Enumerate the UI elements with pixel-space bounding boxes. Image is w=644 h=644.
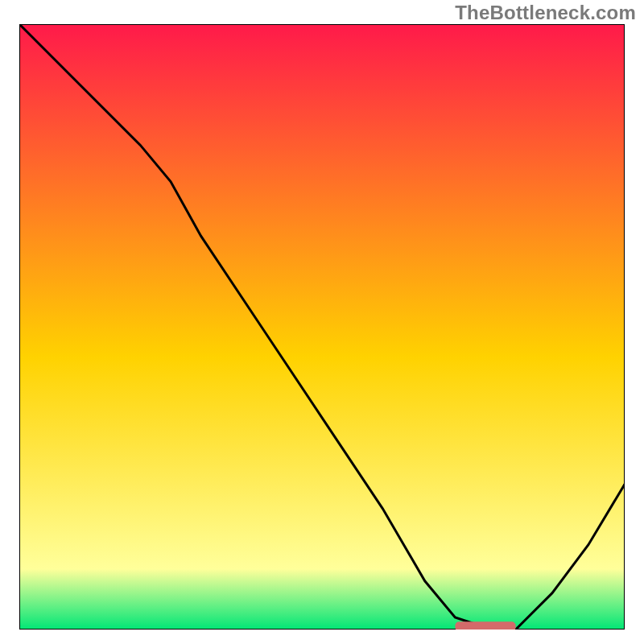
- watermark-text: TheBottleneck.com: [455, 2, 636, 24]
- bottleneck-chart: [19, 24, 625, 630]
- optimal-marker: [455, 621, 515, 630]
